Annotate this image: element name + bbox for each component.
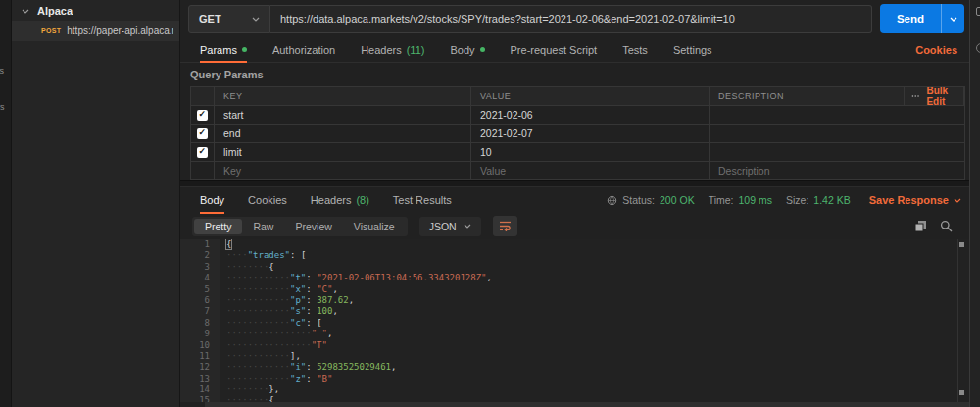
param-key[interactable]: start	[215, 106, 471, 124]
tab-authorization[interactable]: Authorization	[272, 37, 335, 62]
method-select-value: GET	[199, 13, 221, 25]
tab-response-headers[interactable]: Headers (8)	[311, 187, 369, 213]
time-value: 109 ms	[739, 194, 772, 206]
documentation-icon[interactable]	[976, 7, 980, 16]
param-row-limit: limit 10	[191, 143, 964, 162]
row-checkbox[interactable]	[197, 128, 208, 139]
param-key[interactable]: limit	[215, 143, 471, 161]
tab-response-cookies[interactable]: Cookies	[248, 187, 287, 213]
param-description[interactable]	[710, 143, 964, 161]
comments-icon[interactable]	[976, 43, 980, 53]
headers-count: (11)	[407, 44, 425, 56]
column-header-key: KEY	[215, 87, 471, 105]
modified-dot	[480, 47, 485, 52]
request-item-url: https://paper-api.alpaca.market...	[67, 25, 173, 36]
right-sidebar-rail	[969, 0, 980, 407]
save-response-button[interactable]: Save Response	[869, 194, 949, 206]
chevron-down-icon	[252, 17, 260, 22]
copy-icon[interactable]	[914, 220, 927, 232]
code-line: 2····"trades": [	[180, 250, 969, 261]
column-header-description: DESCRIPTION	[710, 87, 904, 105]
url-input[interactable]	[270, 5, 872, 33]
query-params-title: Query Params	[180, 63, 969, 86]
param-key[interactable]: end	[215, 125, 471, 142]
request-url-bar: GET Send	[180, 0, 969, 37]
tab-tests[interactable]: Tests	[622, 37, 648, 62]
query-params-table: KEY VALUE DESCRIPTION Bulk Edit start 20…	[190, 86, 965, 180]
param-value-placeholder[interactable]: Value	[471, 162, 710, 179]
collection-name: Alpaca	[37, 5, 73, 17]
view-visualize-button[interactable]: Visualize	[343, 219, 406, 234]
wrap-text-icon	[499, 221, 512, 231]
tab-test-results[interactable]: Test Results	[393, 187, 452, 213]
scrollbar-thumb[interactable]	[959, 242, 964, 247]
param-value[interactable]: 2021-02-06	[471, 106, 710, 124]
param-value[interactable]: 10	[471, 143, 710, 161]
method-select[interactable]: GET	[188, 5, 270, 33]
collections-sidebar: Alpaca POST https://paper-api.alpaca.mar…	[12, 0, 180, 407]
param-description[interactable]	[710, 106, 964, 124]
format-select[interactable]: JSON	[419, 217, 481, 236]
send-options-caret[interactable]	[941, 4, 964, 33]
column-header-value: VALUE	[471, 87, 710, 105]
size-label: Size:	[786, 194, 808, 206]
tab-pre-request-script[interactable]: Pre-request Script	[511, 37, 598, 62]
tab-response-body[interactable]: Body	[200, 187, 224, 213]
code-line: 10················"T"	[180, 340, 969, 351]
code-line: 4············"t": "2021-02-06T13:04:56.3…	[180, 273, 969, 283]
view-pretty-button[interactable]: Pretty	[194, 219, 242, 234]
more-options-icon[interactable]	[911, 94, 919, 98]
time-label: Time:	[709, 194, 734, 206]
tab-settings[interactable]: Settings	[673, 37, 712, 62]
tab-label: Settings	[673, 44, 712, 56]
tab-label: Test Results	[393, 194, 452, 206]
code-line: 14········},	[180, 384, 969, 395]
horizontal-scrollbar[interactable]	[205, 402, 969, 407]
code-line: 3········{	[180, 262, 969, 273]
param-description-placeholder[interactable]: Description	[710, 162, 964, 179]
response-body-editor[interactable]: 1{2····"trades": [3········{4···········…	[180, 239, 969, 402]
code-line: 1{	[180, 239, 969, 250]
param-description[interactable]	[710, 125, 964, 142]
tab-label: Body	[200, 194, 224, 206]
bulk-edit-link[interactable]: Bulk Edit	[926, 87, 956, 105]
postman-app: ts rs Alpaca POST https://paper-api.alpa…	[0, 0, 980, 407]
format-select-value: JSON	[429, 221, 457, 232]
sidebar-request-item[interactable]: POST https://paper-api.alpaca.market...	[12, 21, 179, 41]
send-button[interactable]: Send	[880, 4, 964, 33]
code-line: 11············],	[180, 351, 969, 362]
chevron-down-icon	[950, 17, 957, 22]
view-preview-button[interactable]: Preview	[284, 219, 342, 234]
row-checkbox[interactable]	[197, 147, 208, 158]
tab-params[interactable]: Params	[200, 37, 247, 62]
response-code: 1{2····"trades": [3········{4···········…	[180, 239, 969, 402]
code-line: 8············"c": [	[180, 318, 969, 329]
status-label: Status:	[622, 194, 655, 206]
request-tabs: Params Authorization Headers (11) Body P…	[180, 37, 969, 63]
scrollbar-track	[957, 239, 958, 402]
response-view-toolbar: Pretty Raw Preview Visualize JSON	[180, 213, 969, 239]
cookies-link[interactable]: Cookies	[915, 44, 957, 56]
tab-headers[interactable]: Headers (11)	[361, 37, 424, 62]
search-icon[interactable]	[940, 220, 953, 232]
chevron-down-icon	[954, 198, 961, 203]
code-line: 9················" ",	[180, 329, 969, 339]
tab-body[interactable]: Body	[450, 37, 484, 62]
pane-resize-handle[interactable]	[180, 180, 969, 187]
row-checkbox[interactable]	[197, 110, 208, 121]
code-line: 5············"x": "C",	[180, 284, 969, 295]
scrollbar-thumb[interactable]	[959, 390, 964, 395]
wrap-text-button[interactable]	[493, 216, 517, 236]
rail-label-fragment: rs	[0, 102, 5, 112]
collection-item-alpaca[interactable]: Alpaca	[12, 1, 179, 21]
param-key-placeholder[interactable]: Key	[215, 162, 471, 179]
response-tabs: Body Cookies Headers (8) Test Results St…	[180, 187, 969, 213]
send-button-label: Send	[880, 4, 941, 33]
rail-label-fragment: ts	[0, 66, 4, 76]
chevron-down-icon	[464, 224, 471, 229]
tab-label: Headers	[311, 194, 352, 206]
view-raw-button[interactable]: Raw	[242, 219, 284, 234]
code-line: 6············"p": 387.62,	[180, 295, 969, 306]
method-badge-post: POST	[41, 27, 61, 34]
param-value[interactable]: 2021-02-07	[471, 125, 710, 142]
